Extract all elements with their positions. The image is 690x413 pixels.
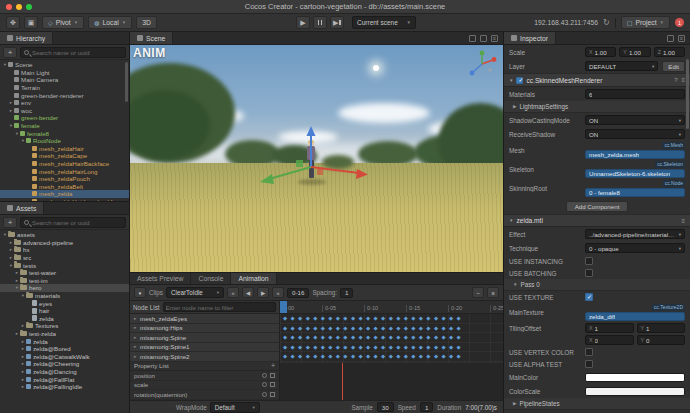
- hierarchy-search[interactable]: [20, 47, 126, 58]
- edit-layer-button[interactable]: Edit: [662, 61, 685, 72]
- menu-icon[interactable]: ≡: [491, 35, 498, 42]
- add-component-button[interactable]: Add Component: [566, 201, 629, 212]
- skip-start-button[interactable]: «: [227, 287, 239, 298]
- lightmap-settings-header[interactable]: ▶ LightmapSettings: [504, 101, 690, 113]
- hierarchy-item[interactable]: ▸env: [0, 99, 129, 107]
- asset-item[interactable]: ▸test-water: [0, 269, 129, 277]
- asset-item[interactable]: ▸zelda@Cheering: [0, 360, 129, 368]
- use-instancing-checkbox[interactable]: [585, 257, 593, 265]
- hierarchy-item[interactable]: ▾female: [0, 122, 129, 130]
- spacing-input[interactable]: 1: [340, 288, 353, 298]
- record-toggle-icon[interactable]: [262, 382, 267, 387]
- hierarchy-item[interactable]: green-bender-renderer: [0, 91, 129, 99]
- scale-y-field[interactable]: Y 1.00: [619, 47, 650, 57]
- keyframe-row[interactable]: ◆◆◆◆◆◆◆◆◆◆◆◆◆◆◆◆◆◆◆◆◆◆◆◆: [280, 314, 503, 324]
- asset-item[interactable]: ▾assets: [0, 231, 129, 239]
- menu-icon[interactable]: ≡: [681, 218, 685, 224]
- hierarchy-search-input[interactable]: [32, 49, 122, 56]
- keyframe-row[interactable]: ◆◆◆◆◆◆◆◆◆◆◆◆◆◆◆◆◆◆◆◆◆◆◆◆: [280, 333, 503, 343]
- main-color-swatch[interactable]: [585, 373, 685, 382]
- scene-viewport[interactable]: ANIM: [130, 45, 503, 272]
- keyframe-row[interactable]: ◆◆◆◆◆◆◆◆◆◆◆◆◆◆◆◆◆◆◆◆◆◆◆◆: [280, 352, 503, 362]
- hierarchy-item[interactable]: green-bender: [0, 114, 129, 122]
- use-vertex-color-checkbox[interactable]: [585, 348, 593, 356]
- material-section-header[interactable]: ▼ zelda.mtl ≡: [504, 214, 690, 227]
- anim-node-row[interactable]: ▸mesh_zeldaEyes: [130, 314, 279, 324]
- animation-timeline[interactable]: 0-000-050-100-150-200-25 ◆◆◆◆◆◆◆◆◆◆◆◆◆◆◆…: [280, 301, 503, 400]
- shadow-casting-select[interactable]: ON: [585, 115, 685, 125]
- menu-icon[interactable]: [270, 392, 275, 397]
- asset-item[interactable]: ▸test-zelda: [0, 330, 129, 338]
- timeline-playhead-marker[interactable]: [280, 301, 287, 313]
- anim-node-row[interactable]: ▸mixamorig:Spine: [130, 333, 279, 343]
- skip-end-button[interactable]: »: [272, 287, 284, 298]
- tiling-x-field[interactable]: X 1: [585, 323, 634, 333]
- notification-badge[interactable]: 1: [675, 18, 684, 27]
- hierarchy-item[interactable]: ▸woc: [0, 107, 129, 115]
- clip-select[interactable]: ClearToIdle: [166, 287, 224, 298]
- asset-item[interactable]: ▸zelda: [0, 337, 129, 345]
- transform-gizmo[interactable]: [251, 122, 371, 212]
- record-toggle-icon[interactable]: [262, 392, 267, 397]
- camera-icon[interactable]: [480, 35, 487, 42]
- hierarchy-item[interactable]: mesh_zeldaHair: [0, 145, 129, 153]
- close-window-button[interactable]: [6, 4, 12, 10]
- anim-property-row[interactable]: rotation(quaternion): [130, 390, 279, 400]
- help-icon[interactable]: ?: [674, 77, 677, 83]
- asset-item[interactable]: ▾tests: [0, 261, 129, 269]
- hierarchy-item[interactable]: mesh_zeldaHairBackface: [0, 160, 129, 168]
- anim-property-row[interactable]: position: [130, 371, 279, 381]
- property-timeline-area[interactable]: [280, 362, 503, 400]
- tab-scene[interactable]: Scene: [130, 32, 173, 44]
- tab-hierarchy[interactable]: Hierarchy: [0, 32, 53, 44]
- asset-item[interactable]: ▸src: [0, 254, 129, 262]
- technique-select[interactable]: 0 - opaque: [585, 243, 685, 253]
- scale-x-field[interactable]: X 1.00: [585, 47, 616, 57]
- axis-orientation-gizmo[interactable]: [467, 49, 497, 79]
- receive-shadow-select[interactable]: ON: [585, 129, 685, 139]
- hierarchy-item[interactable]: Main Light: [0, 69, 129, 77]
- tiling-y-field[interactable]: Y 1: [637, 323, 686, 333]
- pivot-button[interactable]: ◇ Pivot ▼: [42, 16, 84, 29]
- add-property-button[interactable]: +: [271, 362, 275, 369]
- create-node-button[interactable]: +: [3, 47, 17, 58]
- playhead-line[interactable]: [342, 363, 343, 400]
- assets-search-input[interactable]: [32, 219, 122, 226]
- grid-icon[interactable]: [469, 35, 476, 42]
- asset-item[interactable]: ▸Textures: [0, 322, 129, 330]
- asset-item[interactable]: hair: [0, 307, 129, 315]
- asset-item[interactable]: ▸hx: [0, 246, 129, 254]
- tab-inspector[interactable]: Inspector: [504, 32, 556, 44]
- component-header[interactable]: ▼ cc.SkinnedMeshRenderer ? ≡: [504, 73, 690, 87]
- refresh-icon[interactable]: ↻: [603, 18, 610, 27]
- asset-item[interactable]: ▸advanced-pipeline: [0, 239, 129, 247]
- main-texture-field[interactable]: zelda_diff: [585, 312, 685, 321]
- menu-icon[interactable]: [270, 382, 275, 387]
- record-button[interactable]: ●: [134, 287, 146, 298]
- hierarchy-item[interactable]: mesh_zeldaHairLong: [0, 167, 129, 175]
- inspector-scrollbar[interactable]: [686, 59, 689, 129]
- preview-target-select[interactable]: Current scene ▼: [352, 16, 416, 29]
- component-enabled-checkbox[interactable]: [516, 77, 523, 84]
- hierarchy-item[interactable]: ▾RootNode: [0, 137, 129, 145]
- curve-editor-icon[interactable]: ~: [472, 287, 484, 298]
- play-button[interactable]: ▶: [296, 16, 310, 29]
- asset-item[interactable]: ▸zelda@Dancing: [0, 368, 129, 376]
- menu-icon[interactable]: ≡: [487, 287, 499, 298]
- mode-3d-button[interactable]: 3D: [136, 16, 157, 29]
- effect-select[interactable]: ../advanced-pipeline/materials/builtin: [585, 229, 685, 239]
- tab-console[interactable]: Console: [191, 273, 231, 284]
- materials-count-field[interactable]: 6: [585, 89, 685, 99]
- project-button[interactable]: ▢ Project ▼: [621, 16, 670, 29]
- move-tool-icon[interactable]: ✥: [6, 16, 20, 29]
- menu-icon[interactable]: ≡: [678, 35, 685, 42]
- menu-icon[interactable]: [270, 373, 275, 378]
- asset-item[interactable]: ▾materials: [0, 292, 129, 300]
- speed-input[interactable]: 1: [420, 402, 433, 412]
- create-asset-button[interactable]: +: [3, 217, 17, 228]
- asset-item[interactable]: ▸zelda@Bored: [0, 345, 129, 353]
- hierarchy-item[interactable]: ▾female8: [0, 129, 129, 137]
- skinning-root-field[interactable]: 0 - female8: [585, 188, 685, 197]
- skeleton-asset-field[interactable]: UnnamedSkeleton-6.skeleton: [585, 169, 685, 178]
- asset-item[interactable]: zelda: [0, 315, 129, 323]
